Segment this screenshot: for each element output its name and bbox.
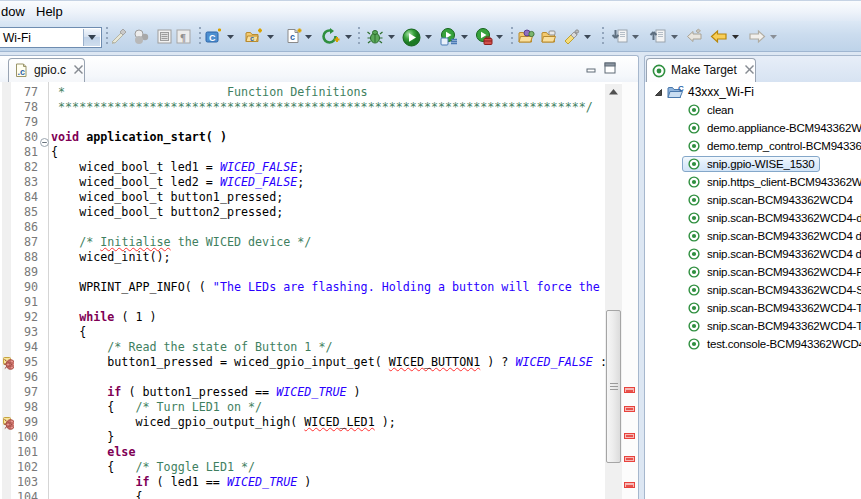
new-c-file-icon[interactable]: c [285,28,303,46]
line-number: 99 [14,415,38,430]
search-icon[interactable] [563,28,581,46]
run-history-icon[interactable] [440,28,458,46]
close-icon[interactable] [744,64,755,75]
scrollbar-thumb[interactable] [606,310,621,463]
new-connection-dropdown[interactable] [345,35,353,40]
make-target-item[interactable]: snip.scan-BCM943362WCD4-ThreadX-NetX [645,317,861,335]
back-dropdown[interactable] [732,35,740,40]
search-dropdown[interactable] [584,35,592,40]
overview-error-marker[interactable] [624,387,635,393]
code-line-88: wiced_init(); [51,250,605,265]
make-target-item-label[interactable]: snip.https_client-BCM943362WCD4 [707,176,861,188]
external-tools-dropdown[interactable] [496,35,504,40]
overview-error-marker[interactable] [624,433,635,439]
build-target-combo[interactable]: Wi-Fi [0,27,102,48]
make-target-item-label[interactable]: snip.scan-BCM943362WCD4 [707,194,853,206]
mark-occurrences-icon[interactable] [133,28,151,46]
make-target-item-label[interactable]: test.console-BCM943362WCD4 [707,338,861,350]
make-target-bullseye-icon [688,104,700,116]
make-target-item[interactable]: snip.scan-BCM943362WCD4 [645,191,861,209]
tree-root-label[interactable]: 43xxx_Wi-Fi [688,85,754,99]
make-target-item[interactable]: demo.appliance-BCM943362WCD4 [645,119,861,137]
overview-ruler[interactable] [622,82,638,499]
combo-dropdown-button[interactable] [83,29,100,46]
make-target-item[interactable]: snip.gpio-WISE_1530 [645,155,861,173]
new-c-project-icon[interactable]: C [205,28,223,46]
make-target-item[interactable]: snip.scan-BCM943362WCD4-FreeRTOS [645,263,861,281]
menu-help[interactable]: Help [36,4,63,20]
run-history-dropdown[interactable] [461,35,469,40]
make-target-item[interactable]: snip.https_client-BCM943362WCD4 [645,173,861,191]
make-target-item[interactable]: test.console-BCM943362WCD4 [645,335,861,353]
debug-icon[interactable] [366,28,384,46]
make-target-item-label[interactable]: snip.scan-BCM943362WCD4-ThreadX-NetX [707,320,861,332]
make-target-bullseye-icon [688,212,700,224]
make-target-tab[interactable]: Make Target [646,58,756,82]
make-target-item[interactable]: snip.scan-BCM943362WCD4-SDIO [645,281,861,299]
make-target-item-label[interactable]: snip.scan-BCM943362WCD4-debug [707,212,861,224]
minimize-icon[interactable] [586,60,597,78]
run-icon[interactable] [402,28,420,46]
make-target-item-label[interactable]: snip.scan-BCM943362WCD4 download [707,230,861,242]
make-target-bullseye-icon [688,266,700,278]
line-number-ruler[interactable]: 7778798081828384858687888990919293949596… [14,82,38,499]
make-target-item[interactable]: snip.scan-BCM943362WCD4 download [645,227,861,245]
menu-window[interactable]: dow [1,4,25,20]
make-target-item-label[interactable]: snip.scan-BCM943362WCD4-FreeRTOS [707,266,861,278]
new-c-folder-icon[interactable]: c [245,28,263,46]
previous-annotation-icon[interactable] [649,28,667,46]
back-icon[interactable] [710,28,728,46]
new-connection-icon[interactable] [322,28,340,46]
open-project-icon[interactable] [518,28,536,46]
new-c-file-dropdown[interactable] [305,35,313,40]
next-annotation-dropdown[interactable] [632,35,640,40]
make-target-item-label[interactable]: snip.gpio-WISE_1530 [707,158,814,170]
editor-vertical-scrollbar[interactable] [605,84,622,499]
maximize-icon[interactable] [604,60,616,78]
forward-icon[interactable] [748,28,766,46]
make-target-item-label[interactable]: clean [707,104,734,116]
close-icon[interactable] [73,64,84,75]
annotation-ruler[interactable] [1,82,14,499]
code-line-102: { /* Toggle LED1 */ [51,460,605,475]
show-whitespace-icon[interactable]: ¶ [175,28,193,46]
make-target-item-label[interactable]: snip.scan-BCM943362WCD4-ThreadX [707,302,861,314]
format-brush-icon[interactable] [110,28,128,46]
code-text-area[interactable]: * Function Definitions *****************… [50,82,605,499]
tree-root-row[interactable]: C 43xxx_Wi-Fi [645,83,861,101]
make-target-bullseye-icon [688,248,700,260]
fold-collapse-icon[interactable] [40,133,49,142]
open-file-icon[interactable] [541,28,559,46]
code-line-80: void application_start( ) [51,130,605,145]
make-target-bullseye-icon [688,230,700,242]
make-target-item[interactable]: clean [645,101,861,119]
overview-error-marker[interactable] [624,406,635,412]
previous-annotation-dropdown[interactable] [671,35,679,40]
make-target-item[interactable]: snip.scan-BCM943362WCD4 download run [645,245,861,263]
external-tools-icon[interactable] [475,28,493,46]
run-dropdown[interactable] [425,35,433,40]
make-target-tab-label: Make Target [671,63,737,77]
folding-ruler[interactable] [39,82,49,499]
next-annotation-icon[interactable] [611,28,629,46]
tree-expanded-arrow-icon[interactable] [654,88,663,97]
make-target-item[interactable]: snip.scan-BCM943362WCD4-ThreadX [645,299,861,317]
scroll-up-icon[interactable] [609,89,618,95]
editor-tab-gpio-c[interactable]: .c gpio.c [8,58,85,82]
workbench-area: .c gpio.c [0,52,861,499]
make-target-item[interactable]: snip.scan-BCM943362WCD4-debug [645,209,861,227]
code-editor[interactable]: 7778798081828384858687888990919293949596… [0,82,638,499]
last-edit-location-icon[interactable] [686,28,704,46]
new-c-project-dropdown[interactable] [227,35,235,40]
make-target-item-label[interactable]: demo.temp_control-BCM943362WCD4 [707,140,861,152]
make-target-item-label[interactable]: snip.scan-BCM943362WCD4-SDIO [707,284,861,296]
make-target-item-label[interactable]: demo.appliance-BCM943362WCD4 [707,122,861,134]
make-target-item-label[interactable]: snip.scan-BCM943362WCD4 download run [707,248,861,260]
debug-dropdown[interactable] [388,35,396,40]
overview-error-marker[interactable] [624,456,635,462]
overview-error-marker[interactable] [624,482,635,488]
forward-dropdown[interactable] [770,35,778,40]
new-c-folder-dropdown[interactable] [267,35,275,40]
make-target-item[interactable]: demo.temp_control-BCM943362WCD4 [645,137,861,155]
show-source-view-icon[interactable] [156,28,174,46]
